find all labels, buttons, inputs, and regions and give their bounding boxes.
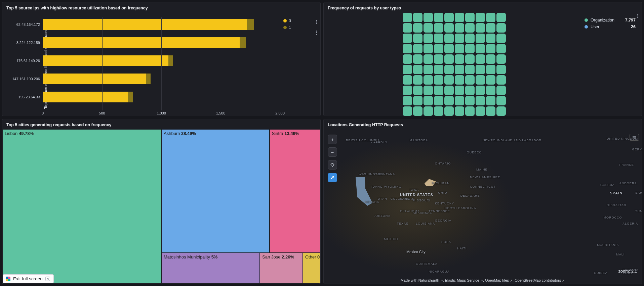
waffle-cell[interactable]: [424, 13, 433, 22]
waffle-cell[interactable]: [434, 34, 443, 43]
map-locate-button[interactable]: [328, 160, 337, 170]
waffle-cell[interactable]: [424, 54, 433, 64]
waffle-cell[interactable]: [434, 23, 443, 33]
waffle-cell[interactable]: [413, 65, 422, 74]
waffle-cell[interactable]: [465, 86, 475, 95]
waffle-cell[interactable]: [455, 106, 464, 116]
waffle-cell[interactable]: [403, 34, 412, 43]
waffle-cell[interactable]: [444, 65, 454, 74]
waffle-cell[interactable]: [496, 44, 506, 53]
bar-segment[interactable]: [240, 37, 246, 48]
waffle-cell[interactable]: [444, 44, 454, 53]
waffle-cell[interactable]: [486, 23, 495, 33]
bar-segment[interactable]: [168, 55, 173, 66]
waffle-cell[interactable]: [424, 34, 433, 43]
waffle-cell[interactable]: [455, 34, 464, 43]
waffle-cell[interactable]: [476, 86, 485, 95]
waffle-cell[interactable]: [496, 13, 506, 22]
map-zoom-out-button[interactable]: −: [328, 147, 337, 157]
waffle-cell[interactable]: [413, 96, 422, 105]
map-attrib-link[interactable]: OpenMapTiles: [485, 278, 509, 282]
waffle-cell[interactable]: [465, 23, 475, 33]
map-zoom-in-button[interactable]: +: [328, 135, 337, 144]
waffle-cell[interactable]: [455, 86, 464, 95]
waffle-cell[interactable]: [434, 96, 443, 105]
waffle-cell[interactable]: [486, 86, 495, 95]
panel-options-icon[interactable]: [637, 14, 638, 18]
bar-segment[interactable]: [146, 74, 151, 84]
treemap-cell[interactable]: Lisbon 49.78%: [2, 129, 161, 284]
waffle-cell[interactable]: [476, 65, 485, 74]
waffle-cell[interactable]: [444, 34, 454, 43]
waffle-cell[interactable]: [496, 96, 506, 105]
waffle-cell[interactable]: [434, 75, 443, 85]
waffle-cell[interactable]: [403, 54, 412, 64]
waffle-cell[interactable]: [434, 54, 443, 64]
waffle-cell[interactable]: [496, 34, 506, 43]
panel-options-icon[interactable]: [316, 31, 317, 35]
waffle-cell[interactable]: [424, 106, 433, 116]
map-fit-bounds-button[interactable]: [328, 173, 337, 182]
legend-item[interactable]: 0: [283, 18, 317, 23]
waffle-cell[interactable]: [403, 13, 412, 22]
legend-item[interactable]: 1: [283, 25, 317, 30]
waffle-cell[interactable]: [486, 44, 495, 53]
waffle-cell[interactable]: [424, 75, 433, 85]
waffle-cell[interactable]: [455, 96, 464, 105]
waffle-cell[interactable]: [403, 75, 412, 85]
waffle-cell[interactable]: [455, 54, 464, 64]
waffle-cell[interactable]: [424, 23, 433, 33]
treemap-cell[interactable]: San Jose 2.26%: [260, 253, 303, 284]
exit-fullscreen-button[interactable]: Exit full screen ⎋: [3, 274, 54, 283]
waffle-cell[interactable]: [403, 86, 412, 95]
map-attrib-link[interactable]: OpenStreetMap contributors: [515, 278, 561, 282]
waffle-cell[interactable]: [496, 106, 506, 116]
waffle-cell[interactable]: [434, 65, 443, 74]
waffle-cell[interactable]: [465, 13, 475, 22]
waffle-cell[interactable]: [413, 44, 422, 53]
waffle-cell[interactable]: [434, 44, 443, 53]
waffle-cell[interactable]: [413, 106, 422, 116]
map-canvas[interactable]: BRITISH COLUMBIAALBERTAMANITOBAONTARIOQU…: [324, 129, 642, 284]
waffle-cell[interactable]: [424, 96, 433, 105]
waffle-cell[interactable]: [413, 86, 422, 95]
bar-segment[interactable]: [43, 92, 128, 102]
waffle-cell[interactable]: [444, 86, 454, 95]
waffle-cell[interactable]: [486, 75, 495, 85]
waffle-cell[interactable]: [486, 13, 495, 22]
waffle-cell[interactable]: [413, 34, 422, 43]
waffle-cell[interactable]: [413, 13, 422, 22]
waffle-cell[interactable]: [413, 23, 422, 33]
waffle-cell[interactable]: [496, 65, 506, 74]
treemap-cell[interactable]: Other 0.97%: [303, 253, 320, 284]
waffle-cell[interactable]: [424, 86, 433, 95]
waffle-cell[interactable]: [496, 23, 506, 33]
map-layers-toggle[interactable]: [630, 134, 639, 141]
waffle-cell[interactable]: [444, 106, 454, 116]
treemap-cell[interactable]: Ashburn 28.49%: [161, 129, 270, 253]
waffle-cell[interactable]: [444, 54, 454, 64]
map-attrib-link[interactable]: Elastic Maps Service: [445, 278, 479, 282]
waffle-cell[interactable]: [434, 86, 443, 95]
waffle-cell[interactable]: [465, 65, 475, 74]
waffle-cell[interactable]: [476, 96, 485, 105]
map-attrib-link[interactable]: NaturalEarth: [418, 278, 439, 282]
waffle-cell[interactable]: [476, 23, 485, 33]
waffle-cell[interactable]: [424, 44, 433, 53]
waffle-cell[interactable]: [413, 54, 422, 64]
panel-options-icon[interactable]: [316, 20, 317, 24]
waffle-cell[interactable]: [486, 106, 495, 116]
treemap-cell[interactable]: Matosinhos Municipality 5%: [161, 253, 260, 284]
waffle-cell[interactable]: [444, 13, 454, 22]
waffle-cell[interactable]: [413, 75, 422, 85]
legend-item[interactable]: Organization7,797: [585, 18, 636, 22]
waffle-cell[interactable]: [496, 86, 506, 95]
waffle-cell[interactable]: [403, 44, 412, 53]
treemap-cell[interactable]: Sintra 13.49%: [270, 129, 320, 253]
waffle-cell[interactable]: [465, 96, 475, 105]
waffle-cell[interactable]: [403, 106, 412, 116]
legend-item[interactable]: User26: [585, 25, 636, 29]
bar-segment[interactable]: [43, 37, 240, 48]
bar-segment[interactable]: [247, 19, 254, 30]
waffle-cell[interactable]: [434, 106, 443, 116]
